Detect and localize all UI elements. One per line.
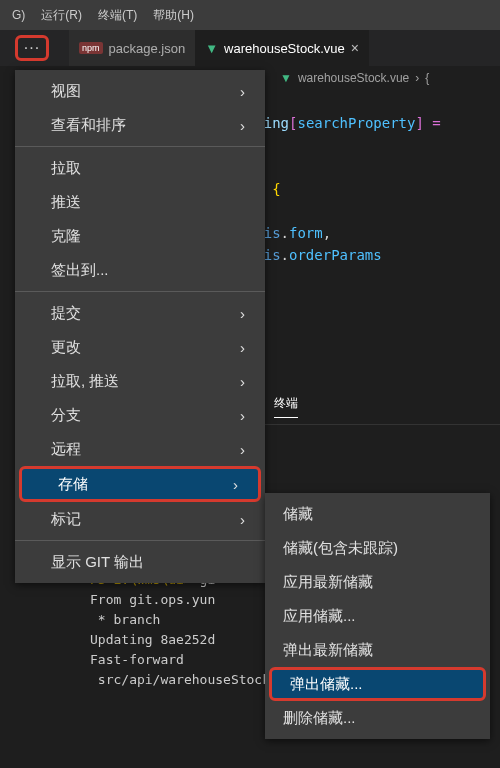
menu-changes[interactable]: 更改› — [15, 330, 265, 364]
close-icon[interactable]: × — [351, 40, 359, 56]
vue-icon: ▼ — [280, 71, 292, 85]
menu-tags[interactable]: 标记› — [15, 502, 265, 536]
chevron-right-icon: › — [240, 83, 245, 100]
submenu-pop-latest[interactable]: 弹出最新储藏 — [265, 633, 490, 667]
breadcrumb-file: warehouseStock.vue — [298, 71, 409, 85]
vue-icon: ▼ — [205, 41, 218, 56]
chevron-right-icon: › — [240, 339, 245, 356]
panel-tabs: 制台 终端 — [230, 395, 500, 425]
submenu-stash-untracked[interactable]: 储藏(包含未跟踪) — [265, 531, 490, 565]
chevron-right-icon: › — [240, 373, 245, 390]
chevron-right-icon: › — [240, 441, 245, 458]
submenu-pop[interactable]: 弹出储藏... — [269, 667, 486, 701]
menu-commit[interactable]: 提交› — [15, 296, 265, 330]
menu-remote[interactable]: 远程› — [15, 432, 265, 466]
tab-label: warehouseStock.vue — [224, 41, 345, 56]
chevron-right-icon: › — [240, 407, 245, 424]
menu-checkout[interactable]: 签出到... — [15, 253, 265, 287]
menu-separator — [15, 291, 265, 292]
menubar-item-terminal[interactable]: 终端(T) — [90, 7, 145, 24]
menu-view-sort[interactable]: 查看和排序› — [15, 108, 265, 142]
npm-icon: npm — [79, 42, 103, 54]
menubar-item[interactable]: G) — [4, 8, 33, 22]
chevron-right-icon: › — [240, 117, 245, 134]
submenu-apply[interactable]: 应用储藏... — [265, 599, 490, 633]
submenu-apply-latest[interactable]: 应用最新储藏 — [265, 565, 490, 599]
menu-separator — [15, 540, 265, 541]
menu-pull[interactable]: 拉取 — [15, 151, 265, 185]
submenu-drop[interactable]: 删除储藏... — [265, 701, 490, 735]
menu-separator — [15, 146, 265, 147]
editor-tabs: npm package.json ▼ warehouseStock.vue × — [69, 30, 500, 66]
chevron-right-icon: › — [240, 511, 245, 528]
more-actions-button[interactable]: ··· — [15, 35, 49, 61]
breadcrumb-tail: { — [425, 71, 429, 85]
menubar: G) 运行(R) 终端(T) 帮助(H) — [0, 0, 500, 30]
stash-submenu: 储藏 储藏(包含未跟踪) 应用最新储藏 应用储藏... 弹出最新储藏 弹出储藏.… — [265, 493, 490, 739]
scm-context-menu: 视图› 查看和排序› 拉取 推送 克隆 签出到... 提交› 更改› 拉取, 推… — [15, 70, 265, 583]
panel-tab-terminal[interactable]: 终端 — [274, 395, 298, 418]
menu-view[interactable]: 视图› — [15, 74, 265, 108]
menu-show-git-output[interactable]: 显示 GIT 输出 — [15, 545, 265, 579]
menu-push[interactable]: 推送 — [15, 185, 265, 219]
menubar-item-run[interactable]: 运行(R) — [33, 7, 90, 24]
chevron-right-icon: › — [233, 476, 238, 493]
tab-label: package.json — [109, 41, 186, 56]
chevron-right-icon: › — [415, 71, 419, 85]
scm-toolbar: ··· npm package.json ▼ warehouseStock.vu… — [0, 30, 500, 66]
tab-warehouse-stock[interactable]: ▼ warehouseStock.vue × — [195, 30, 369, 66]
menubar-item-help[interactable]: 帮助(H) — [145, 7, 202, 24]
tab-package-json[interactable]: npm package.json — [69, 30, 195, 66]
submenu-stash[interactable]: 储藏 — [265, 497, 490, 531]
menu-stash[interactable]: 存储› — [19, 466, 261, 502]
menu-pull-push[interactable]: 拉取, 推送› — [15, 364, 265, 398]
menu-clone[interactable]: 克隆 — [15, 219, 265, 253]
chevron-right-icon: › — [240, 305, 245, 322]
menu-branch[interactable]: 分支› — [15, 398, 265, 432]
